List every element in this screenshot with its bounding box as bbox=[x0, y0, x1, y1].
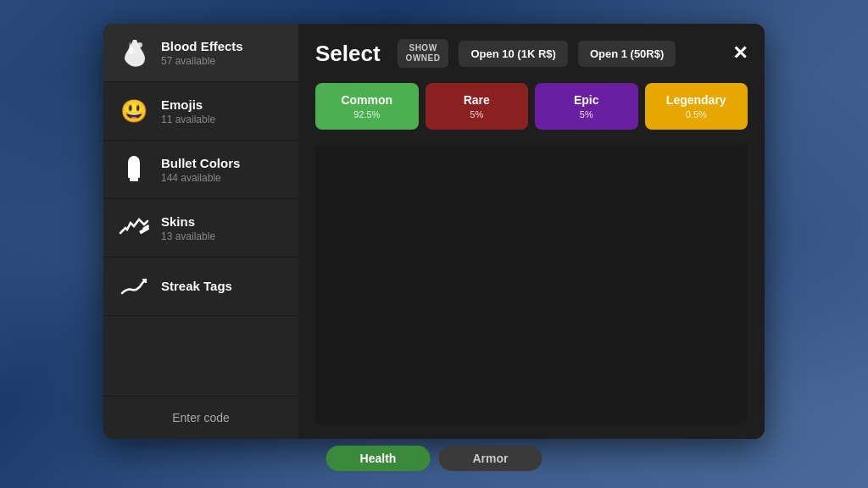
main-header: Select SHOW OWNED Open 10 (1K R$) Open 1… bbox=[315, 39, 748, 68]
health-button[interactable]: Health bbox=[326, 446, 431, 471]
skins-text: Skins 13 available bbox=[161, 214, 215, 242]
emojis-text: Emojis 11 available bbox=[161, 97, 215, 125]
rarity-common-button[interactable]: Common 92.5% bbox=[315, 83, 419, 130]
enter-code-section[interactable]: Enter code bbox=[103, 396, 298, 439]
sidebar-item-bullet-colors[interactable]: Bullet Colors 144 available bbox=[103, 141, 298, 199]
blood-effects-sub: 57 available bbox=[161, 55, 243, 67]
rarity-common-pct: 92.5% bbox=[353, 109, 380, 119]
bullet-icon bbox=[119, 154, 149, 185]
emojis-icon: 😃 bbox=[119, 96, 149, 126]
blood-effects-text: Blood Effects 57 available bbox=[161, 39, 243, 67]
close-button[interactable]: ✕ bbox=[732, 44, 748, 63]
bullet-colors-name: Bullet Colors bbox=[161, 156, 240, 170]
rarity-filters: Common 92.5% Rare 5% Epic 5% Legendary 0… bbox=[315, 83, 748, 130]
rarity-common-label: Common bbox=[341, 93, 392, 107]
rarity-rare-button[interactable]: Rare 5% bbox=[426, 83, 529, 130]
sidebar-item-skins[interactable]: Skins 13 available bbox=[103, 199, 298, 258]
bullet-colors-sub: 144 available bbox=[161, 172, 240, 184]
sidebar: Blood Effects 57 available 😃 Emojis 11 a… bbox=[103, 24, 298, 439]
blood-effects-icon bbox=[119, 37, 149, 68]
main-panel: Select SHOW OWNED Open 10 (1K R$) Open 1… bbox=[298, 24, 765, 439]
rarity-epic-button[interactable]: Epic 5% bbox=[535, 83, 638, 130]
skins-sub: 13 available bbox=[161, 230, 215, 242]
show-owned-label: SHOW bbox=[409, 43, 437, 53]
skins-name: Skins bbox=[161, 214, 215, 229]
emojis-sub: 11 available bbox=[161, 114, 215, 125]
rarity-epic-pct: 5% bbox=[580, 109, 593, 119]
show-owned-label2: OWNED bbox=[406, 53, 441, 64]
sidebar-item-blood-effects[interactable]: Blood Effects 57 available bbox=[103, 24, 298, 82]
rarity-legendary-label: Legendary bbox=[666, 93, 726, 107]
open-10-button[interactable]: Open 10 (1K R$) bbox=[459, 41, 567, 67]
bullet-colors-text: Bullet Colors 144 available bbox=[161, 156, 240, 184]
rarity-rare-label: Rare bbox=[464, 93, 490, 107]
streak-tags-name: Streak Tags bbox=[161, 279, 232, 293]
sidebar-item-emojis[interactable]: 😃 Emojis 11 available bbox=[103, 82, 298, 141]
bottom-bar: Health Armor bbox=[326, 446, 542, 471]
sidebar-items-list: Blood Effects 57 available 😃 Emojis 11 a… bbox=[103, 24, 298, 396]
rarity-legendary-pct: 0.5% bbox=[686, 109, 707, 119]
enter-code-label: Enter code bbox=[172, 411, 230, 424]
svg-rect-2 bbox=[128, 163, 140, 178]
rarity-epic-label: Epic bbox=[574, 93, 599, 107]
open-1-button[interactable]: Open 1 (50R$) bbox=[578, 41, 676, 67]
svg-rect-3 bbox=[130, 178, 138, 181]
items-grid bbox=[315, 143, 748, 424]
streak-tags-icon bbox=[119, 271, 149, 302]
sidebar-item-streak-tags[interactable]: Streak Tags bbox=[103, 258, 298, 316]
emojis-name: Emojis bbox=[161, 97, 215, 112]
skins-icon bbox=[119, 213, 149, 243]
rarity-legendary-button[interactable]: Legendary 0.5% bbox=[645, 83, 748, 130]
show-owned-button[interactable]: SHOW OWNED bbox=[398, 39, 449, 68]
modal: Blood Effects 57 available 😃 Emojis 11 a… bbox=[103, 24, 765, 439]
rarity-rare-pct: 5% bbox=[470, 109, 483, 119]
armor-button[interactable]: Armor bbox=[438, 446, 542, 471]
main-title: Select bbox=[315, 41, 381, 67]
svg-point-0 bbox=[137, 42, 142, 47]
streak-tags-text: Streak Tags bbox=[161, 279, 232, 295]
blood-effects-name: Blood Effects bbox=[161, 39, 243, 53]
